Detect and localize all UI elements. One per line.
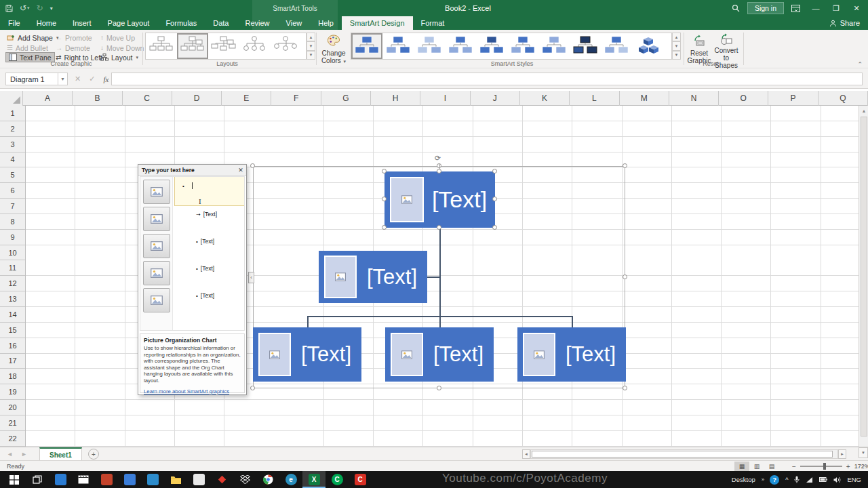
taskbar-overflow-icon[interactable]: » bbox=[762, 476, 764, 483]
style-7-icon[interactable] bbox=[538, 33, 570, 59]
scroll-down-icon[interactable]: ▼ bbox=[859, 447, 868, 458]
scroll-right-icon[interactable]: ► bbox=[838, 449, 846, 459]
page-layout-view-button[interactable]: ▥ bbox=[749, 462, 764, 471]
remote-desktop-icon[interactable] bbox=[49, 471, 72, 488]
node-handle-1[interactable] bbox=[437, 169, 441, 174]
file-explorer-icon[interactable] bbox=[164, 471, 187, 488]
new-sheet-icon[interactable]: + bbox=[88, 449, 99, 460]
node-text[interactable]: [Text] bbox=[357, 265, 427, 289]
row-header-16[interactable]: 16 bbox=[0, 338, 25, 354]
row-header-15[interactable]: 15 bbox=[0, 323, 25, 338]
column-header-j[interactable]: J bbox=[471, 91, 520, 106]
sheet-nav-left-icon[interactable]: ◄ bbox=[7, 451, 13, 458]
column-header-i[interactable]: I bbox=[420, 91, 470, 106]
node-handle-0[interactable] bbox=[382, 169, 387, 174]
row-header-17[interactable]: 17 bbox=[0, 354, 25, 369]
node-handle-7[interactable] bbox=[492, 225, 497, 230]
page-break-view-button[interactable]: ▤ bbox=[764, 462, 779, 471]
row-header-5[interactable]: 5 bbox=[0, 167, 25, 183]
style-5-icon[interactable] bbox=[476, 33, 507, 59]
column-header-d[interactable]: D bbox=[172, 91, 222, 106]
vertical-scroll-thumb[interactable] bbox=[861, 117, 867, 436]
demote-button[interactable]: →Demote bbox=[56, 43, 90, 53]
smartart-node-assistant[interactable]: [Text] bbox=[319, 251, 427, 303]
language-indicator[interactable]: ENG bbox=[847, 476, 861, 483]
row-header-3[interactable]: 3 bbox=[0, 137, 25, 152]
tab-home[interactable]: Home bbox=[28, 16, 64, 30]
style-10-icon[interactable] bbox=[632, 33, 663, 59]
restore-button[interactable]: ❐ bbox=[827, 0, 845, 16]
text-pane-item-3[interactable]: •[Text] bbox=[196, 238, 214, 245]
smartart-node-manager[interactable]: [Text] bbox=[384, 171, 495, 228]
row-header-4[interactable]: 4 bbox=[0, 152, 25, 168]
normal-view-button[interactable]: ▦ bbox=[734, 462, 749, 471]
speaker-icon[interactable] bbox=[833, 476, 841, 483]
store-icon[interactable] bbox=[187, 471, 210, 488]
tab-data[interactable]: Data bbox=[205, 16, 237, 30]
network-icon[interactable] bbox=[806, 476, 813, 483]
video-editor-icon[interactable] bbox=[72, 471, 95, 488]
row-header-22[interactable]: 22 bbox=[0, 431, 25, 447]
tab-smartart-design[interactable]: SmartArt Design bbox=[342, 16, 413, 30]
column-header-o[interactable]: O bbox=[719, 91, 768, 106]
tab-insert[interactable]: Insert bbox=[64, 16, 100, 30]
picture-placeholder[interactable] bbox=[391, 333, 423, 376]
row-header-8[interactable]: 8 bbox=[0, 214, 25, 230]
change-colors-button[interactable]: Change Colors ▾ bbox=[318, 32, 349, 68]
column-header-f[interactable]: F bbox=[271, 91, 321, 106]
text-pane-picture-button-2[interactable] bbox=[143, 207, 170, 231]
text-pane-picture-button-5[interactable] bbox=[143, 288, 170, 312]
frame-handle-6[interactable] bbox=[623, 386, 627, 390]
text-pane-body[interactable]: •➝[Text]•[Text]•[Text]•[Text] I bbox=[140, 176, 245, 331]
smartart-node-subordinate-3[interactable]: [Text] bbox=[517, 327, 626, 382]
row-header-19[interactable]: 19 bbox=[0, 384, 25, 400]
row-header-10[interactable]: 10 bbox=[0, 245, 25, 261]
sheet-nav-right-icon[interactable]: ► bbox=[21, 451, 27, 458]
column-header-h[interactable]: H bbox=[371, 91, 420, 106]
zoom-out-icon[interactable]: − bbox=[792, 463, 796, 470]
close-button[interactable]: ✕ bbox=[848, 0, 865, 16]
picture-placeholder[interactable] bbox=[523, 333, 555, 376]
org-chart-layout-4-icon[interactable] bbox=[239, 33, 271, 59]
node-text[interactable]: [Text] bbox=[555, 342, 626, 367]
style-2-icon[interactable] bbox=[382, 33, 414, 59]
frame-handle-0[interactable] bbox=[250, 163, 255, 168]
move-down-button[interactable]: ↓Move Down bbox=[100, 43, 144, 53]
search-icon[interactable] bbox=[727, 0, 745, 16]
row-header-11[interactable]: 11 bbox=[0, 260, 25, 276]
edge-icon[interactable]: e bbox=[279, 471, 302, 488]
tab-file[interactable]: File bbox=[0, 16, 28, 30]
redo-icon[interactable]: ↻ bbox=[37, 3, 43, 13]
vertical-scrollbar[interactable]: ▲ bbox=[859, 106, 868, 447]
insert-function-icon[interactable]: fx bbox=[103, 75, 108, 83]
text-pane-item-2[interactable]: ➝[Text] bbox=[196, 211, 217, 218]
add-shape-button[interactable]: Add Shape▾ bbox=[7, 33, 58, 43]
formula-input[interactable] bbox=[111, 73, 863, 85]
quiz-app-icon[interactable] bbox=[210, 471, 233, 488]
learn-more-link[interactable]: Learn more about SmartArt graphics bbox=[144, 388, 229, 394]
org-chart-layout-3-icon[interactable] bbox=[208, 33, 239, 59]
text-pane-close-icon[interactable]: ✕ bbox=[235, 167, 246, 174]
name-box-dropdown-icon[interactable]: ▼ bbox=[58, 73, 68, 85]
org-chart-layout-5-icon[interactable] bbox=[271, 33, 302, 59]
column-header-g[interactable]: G bbox=[321, 91, 371, 106]
tab-help[interactable]: Help bbox=[310, 16, 342, 30]
frame-handle-4[interactable] bbox=[250, 386, 255, 390]
row-header-6[interactable]: 6 bbox=[0, 183, 25, 199]
text-pane-item-4[interactable]: •[Text] bbox=[196, 265, 214, 272]
customize-qat-icon[interactable]: ▾ bbox=[50, 5, 53, 12]
column-header-m[interactable]: M bbox=[620, 91, 669, 106]
picture-placeholder[interactable] bbox=[390, 177, 424, 222]
text-pane-toggle-tab[interactable]: ‹ bbox=[248, 272, 254, 283]
style-4-icon[interactable] bbox=[445, 33, 476, 59]
snipping-tool-icon[interactable] bbox=[118, 471, 141, 488]
sign-in-button[interactable]: Sign in bbox=[747, 2, 784, 14]
share-button[interactable]: Share bbox=[829, 16, 860, 30]
org-chart-layout-2-icon[interactable] bbox=[177, 33, 208, 59]
excel-icon[interactable]: X bbox=[302, 471, 326, 488]
row-header-1[interactable]: 1 bbox=[0, 106, 25, 121]
paint-tool-icon[interactable] bbox=[95, 471, 118, 488]
cancel-icon[interactable]: ✕ bbox=[75, 75, 81, 83]
node-text[interactable]: [Text] bbox=[291, 342, 361, 367]
smartart-node-subordinate-2[interactable]: [Text] bbox=[385, 327, 494, 382]
